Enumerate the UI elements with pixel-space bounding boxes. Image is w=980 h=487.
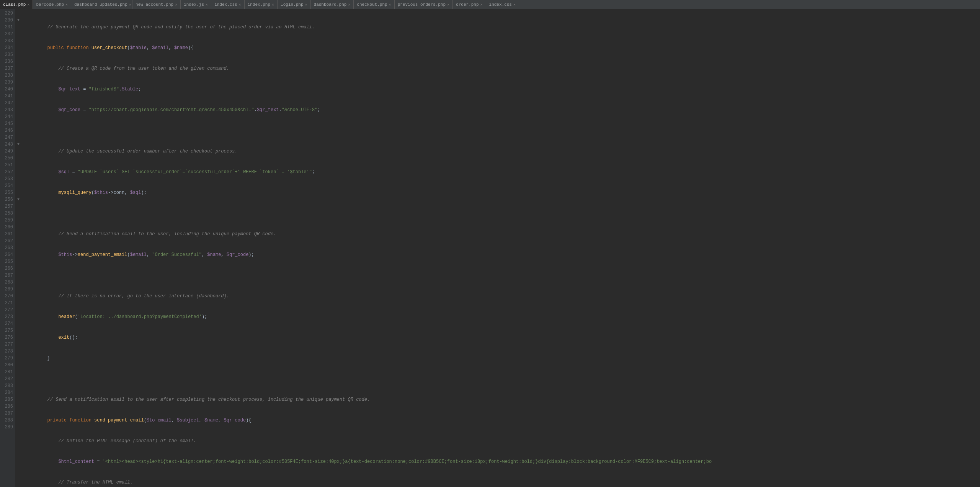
fold-280 [15, 362, 21, 369]
fold-242 [15, 100, 21, 107]
code-line-229: // Generate the unique payment QR code a… [24, 24, 980, 31]
tab-index-js[interactable]: index.js ✕ [181, 0, 211, 9]
fold-271 [15, 300, 21, 307]
tab-label: class.php [3, 2, 26, 7]
fold-240 [15, 86, 21, 93]
fold-270 [15, 293, 21, 300]
code-line-230: public function user_checkout($table, $e… [24, 44, 980, 51]
fold-255 [15, 189, 21, 196]
tab-close-icon[interactable]: ✕ [129, 2, 131, 7]
code-content[interactable]: // Generate the unique payment QR code a… [21, 9, 980, 487]
fold-284 [15, 389, 21, 396]
fold-229 [15, 10, 21, 17]
tab-previous-orders-php[interactable]: previous_orders.php ✕ [395, 0, 453, 9]
tab-close-icon[interactable]: ✕ [447, 2, 449, 7]
fold-gutter: ▼ ▼ ▼ [15, 9, 21, 487]
tab-close-icon[interactable]: ✕ [513, 2, 516, 7]
fold-277 [15, 341, 21, 348]
code-line-234 [24, 127, 980, 134]
fold-256[interactable]: ▼ [15, 196, 21, 203]
fold-238 [15, 72, 21, 79]
tab-label: index.js [184, 2, 204, 7]
code-line-232: $qr_text = "finished$".$table; [24, 86, 980, 93]
fold-275 [15, 327, 21, 334]
fold-244 [15, 113, 21, 120]
tab-dashboard-updates-php[interactable]: dashboard_updates.php ✕ [71, 0, 132, 9]
code-line-239: // Send a notification email to the user… [24, 231, 980, 238]
tab-barcode-php[interactable]: barcode.php ✕ [33, 0, 71, 9]
tab-label: index.css [489, 2, 512, 7]
tab-label: new_account.php [136, 2, 173, 7]
fold-276 [15, 334, 21, 341]
tab-close-icon[interactable]: ✕ [239, 2, 241, 7]
fold-260 [15, 224, 21, 231]
tab-checkout-php[interactable]: checkout.php ✕ [354, 0, 394, 9]
fold-245 [15, 120, 21, 127]
tab-close-icon[interactable]: ✕ [272, 2, 274, 7]
tab-close-icon[interactable]: ✕ [65, 2, 68, 7]
code-line-236: $sql = "UPDATE `users` SET `successful_o… [24, 169, 980, 175]
code-line-244: exit(); [24, 334, 980, 341]
tab-close-icon[interactable]: ✕ [206, 2, 208, 7]
fold-231 [15, 24, 21, 31]
code-line-241 [24, 272, 980, 279]
fold-248[interactable]: ▼ [15, 141, 21, 148]
tab-index-php[interactable]: index.php ✕ [245, 0, 278, 9]
code-line-235: // Update the successful order number af… [24, 148, 980, 155]
fold-258 [15, 210, 21, 217]
code-line-237: mysqli_query($this->conn, $sql); [24, 189, 980, 196]
tab-close-icon[interactable]: ✕ [480, 2, 483, 7]
code-line-231: // Create a QR code from the user token … [24, 65, 980, 72]
fold-235 [15, 51, 21, 58]
code-line-238 [24, 210, 980, 217]
tab-order-php[interactable]: order.php ✕ [453, 0, 486, 9]
fold-232 [15, 31, 21, 38]
tab-close-icon[interactable]: ✕ [175, 2, 177, 7]
code-line-249: // Define the HTML message (content) of … [24, 438, 980, 444]
code-line-246 [24, 375, 980, 382]
tab-label: checkout.php [357, 2, 387, 7]
tab-label: order.php [456, 2, 479, 7]
line-numbers: 229 230 231 232 233 234 235 236 237 238 … [0, 9, 15, 487]
fold-236 [15, 58, 21, 65]
fold-250 [15, 155, 21, 162]
fold-289 [15, 424, 21, 431]
code-editor: 229 230 231 232 233 234 235 236 237 238 … [0, 9, 980, 487]
tab-dashboard-php[interactable]: dashboard.php ✕ [311, 0, 354, 9]
fold-252 [15, 169, 21, 175]
tab-close-icon[interactable]: ✕ [305, 2, 307, 7]
fold-285 [15, 396, 21, 403]
tab-class-php[interactable]: class.php ✕ [0, 0, 33, 9]
code-line-245: } [24, 355, 980, 362]
fold-281 [15, 369, 21, 375]
tab-label: index.php [248, 2, 270, 7]
fold-230[interactable]: ▼ [15, 17, 21, 24]
fold-249 [15, 148, 21, 155]
tab-new-account-php[interactable]: new_account.php ✕ [132, 0, 181, 9]
fold-262 [15, 238, 21, 244]
tab-close-icon[interactable]: ✕ [27, 2, 29, 7]
tab-label: previous_orders.php [398, 2, 446, 7]
tab-label: dashboard_updates.php [74, 2, 127, 7]
fold-233 [15, 38, 21, 44]
tab-label: barcode.php [36, 2, 64, 7]
fold-241 [15, 93, 21, 100]
fold-266 [15, 265, 21, 272]
fold-268 [15, 279, 21, 286]
tab-login-php[interactable]: login.php ✕ [278, 0, 310, 9]
fold-251 [15, 162, 21, 169]
fold-267 [15, 272, 21, 279]
fold-257 [15, 203, 21, 210]
code-line-240: $this->send_payment_email($email, "Order… [24, 251, 980, 258]
tab-close-icon[interactable]: ✕ [348, 2, 350, 7]
fold-286 [15, 403, 21, 410]
tab-label: index.css [214, 2, 237, 7]
fold-272 [15, 307, 21, 313]
fold-264 [15, 251, 21, 258]
tab-index-css-2[interactable]: index.css ✕ [486, 0, 519, 9]
code-line-250: $html_content = '<html><head><style>h1{t… [24, 458, 980, 465]
tab-index-css[interactable]: index.css ✕ [211, 0, 244, 9]
fold-278 [15, 348, 21, 355]
fold-269 [15, 286, 21, 293]
tab-close-icon[interactable]: ✕ [389, 2, 391, 7]
